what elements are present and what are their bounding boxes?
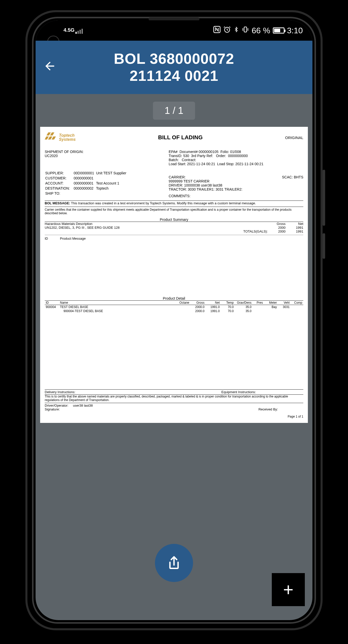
supplier-label: SUPPLIER: — [45, 171, 73, 176]
trans-line: TransID: 530 3rd Party Ref: Order: 00000… — [169, 154, 303, 158]
table-row: 900004 TEST DIESEL BASE 2000.0 1991.0 70… — [45, 305, 303, 309]
title-line-2: 211124 0021 — [36, 67, 312, 84]
ps-totals-net: 1991 — [286, 229, 303, 233]
ps-net: 1991 — [286, 226, 303, 229]
svg-marker-3 — [46, 132, 51, 135]
ps-gross-label: Gross — [268, 222, 286, 226]
logo-mark-icon — [45, 132, 57, 143]
comments-label: COMMENTS: — [169, 194, 303, 198]
battery-icon — [273, 27, 284, 34]
ps-desc-label: Hazardous Materials Description — [45, 222, 268, 226]
driver-line: DRIVER: 10000038 user38 last38 — [169, 183, 303, 187]
shipto-label: SHIP TO: — [45, 191, 73, 196]
logo-text-bottom: Systems — [59, 137, 76, 142]
logo: Toptech Systems — [45, 132, 76, 143]
pm-msg-label: Product Message — [60, 237, 86, 240]
ps-desc: UN1202, DIESEL, 3, PG III , SEE ERG GUID… — [45, 226, 268, 229]
bluetooth-icon — [233, 26, 239, 35]
tractor-line: TRACTOR: 3030 TRAILER1: 3031 TRAILER2: — [169, 187, 303, 191]
network-label: 4.5G — [64, 27, 74, 33]
product-detail-head: ID Name Octane Gross Net Temp Grav/Dens … — [45, 301, 303, 305]
signal-icon — [75, 29, 83, 34]
shipment-origin-label: SHIPMENT OF ORIGIN: — [45, 150, 161, 154]
supplier-code: 00D0000001 — [74, 171, 96, 176]
page-label: Page 1 of 1 — [45, 415, 303, 418]
svg-marker-7 — [52, 136, 56, 140]
ps-totals-label: TOTALS(GALS): — [45, 229, 268, 233]
page-counter: 1 / 1 — [153, 102, 195, 120]
signature-label: Signature: — [45, 407, 60, 411]
ps-net-label: Net — [286, 222, 303, 226]
app-header: BOL 3680000072 211124 0021 — [36, 41, 312, 94]
svg-marker-6 — [48, 136, 52, 140]
account-label: ACCOUNT: — [45, 181, 73, 186]
ps-totals-gross: 2000 — [268, 229, 286, 233]
driver-op-label: Driver/Operator: — [45, 404, 68, 407]
destination-label: DESTINATION: — [45, 186, 73, 191]
status-bar: 4.5G 66 % — [36, 20, 312, 41]
batch-line: Batch: Contract: — [169, 158, 303, 162]
product-summary-title: Product Summary — [45, 218, 303, 222]
ps-gross: 2000 — [268, 226, 286, 229]
delivery-instructions-label: Delivery Instructions: — [45, 390, 174, 394]
destination-code: 0000000002 — [74, 186, 96, 191]
equipment-instructions-label: Equipment Instructions: — [174, 390, 303, 394]
page-title: BOL 3680000072 211124 0021 — [36, 50, 312, 84]
page-counter-wrap: 1 / 1 — [36, 94, 312, 124]
carrier-value: 9999999 TEST CARRIER — [169, 179, 303, 183]
share-button[interactable] — [155, 544, 193, 582]
svg-marker-4 — [50, 132, 54, 135]
add-button[interactable]: + — [272, 573, 305, 606]
power-button — [323, 233, 325, 259]
shipment-origin-value: UC2020 — [45, 154, 161, 158]
table-row: 900004-TEST DIESEL BASE 2000.0 1991.0 70… — [45, 309, 303, 313]
svg-rect-2 — [244, 27, 247, 32]
supplier-name: Unit TEST Supplier — [96, 171, 128, 176]
load-line: Load Start: 2021-11-24 00:21 Load Stop: … — [169, 162, 303, 166]
pm-id-label: ID — [45, 237, 60, 240]
phone-bezel: 4.5G 66 % — [32, 17, 316, 624]
nfc-icon — [213, 26, 221, 35]
destination-name: Toptech — [96, 186, 128, 191]
doc-title: BILL OF LADING — [76, 134, 285, 141]
product-detail-title: Product Detail — [45, 296, 303, 301]
epa-line: EPA# Document# 0000000105 Folio: 01/008 — [169, 150, 303, 154]
customer-code: 0000000001 — [74, 176, 96, 181]
bol-message: BOL MESSAGE: This transaction was create… — [45, 201, 303, 205]
document-viewport[interactable]: Toptech Systems BILL OF LADING ORIGINAL … — [36, 124, 312, 433]
account-code: 0000000001 — [74, 181, 96, 186]
phone-frame: 4.5G 66 % — [25, 10, 323, 630]
carrier-label: CARRIER: — [169, 175, 186, 179]
battery-percent: 66 % — [252, 26, 270, 35]
back-button[interactable] — [43, 59, 56, 76]
certification-1: Carrier certifies that the container sup… — [45, 208, 303, 215]
doc-original-label: ORIGINAL — [285, 135, 303, 140]
clock: 3:10 — [287, 26, 303, 35]
certification-2: This is to certify that the above named … — [45, 395, 303, 403]
customer-label: CUSTOMER: — [45, 176, 73, 181]
received-by-label: Received By: — [258, 407, 303, 411]
vibrate-icon — [242, 26, 249, 35]
volume-button — [323, 170, 325, 226]
logo-text-top: Toptech — [59, 133, 76, 137]
customer-name — [96, 176, 128, 181]
driver-op-value: user38 last38 — [73, 404, 93, 407]
screen: 4.5G 66 % — [36, 20, 312, 620]
plus-icon: + — [283, 579, 294, 600]
title-line-1: BOL 3680000072 — [36, 50, 312, 67]
bol-document: Toptech Systems BILL OF LADING ORIGINAL … — [40, 127, 308, 423]
svg-marker-5 — [45, 136, 49, 140]
share-icon — [166, 555, 182, 571]
scac-label: SCAC: BHTS — [282, 175, 303, 179]
alarm-icon — [223, 26, 231, 35]
account-name: Test Account 1 — [96, 181, 128, 186]
